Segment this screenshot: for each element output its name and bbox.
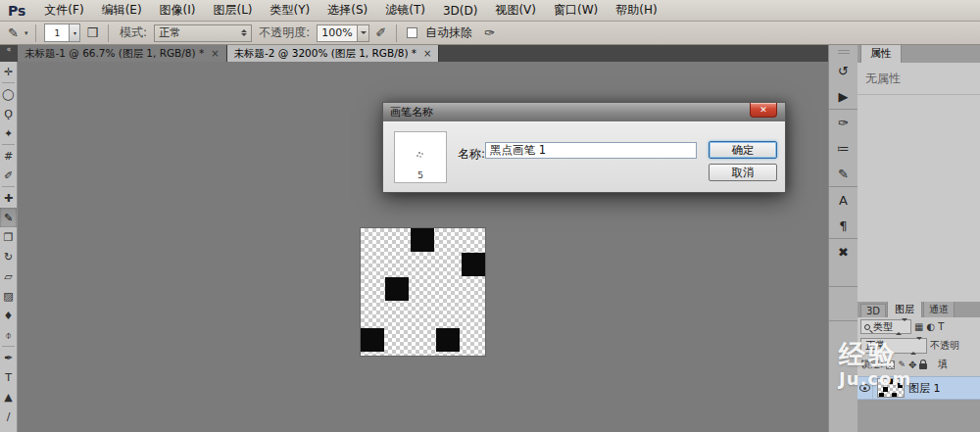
ok-button[interactable]: 确定 [709, 141, 777, 159]
character-icon: A [839, 193, 848, 208]
layer-blend-mode-dropdown[interactable]: 正常 [860, 338, 927, 354]
tool-lasso[interactable]: Ǫ [0, 104, 17, 123]
character-panel-button[interactable]: A [829, 187, 858, 213]
brush-size-value[interactable]: 1 [44, 24, 70, 42]
brush-panel-button[interactable]: ✑ [829, 110, 858, 135]
filter-adjustment-icon[interactable]: ◐ [926, 321, 935, 332]
dialog-title-bar[interactable]: 画笔名称 ✕ [383, 103, 785, 121]
menu-3d[interactable]: 3D(D) [434, 2, 486, 20]
brush-icon: ✑ [838, 116, 849, 130]
menu-help[interactable]: 帮助(H) [607, 0, 665, 21]
tool-line[interactable]: ∕ [0, 407, 17, 426]
separator [829, 286, 858, 287]
dialog-close-button[interactable]: ✕ [750, 103, 777, 118]
tool-clone-stamp[interactable]: ❐ [0, 227, 17, 247]
tab-3d[interactable]: 3D [860, 304, 886, 317]
tablet-pressure-opacity-icon[interactable]: ✐ [373, 25, 388, 40]
lock-pixels-icon[interactable]: ✎ [898, 360, 906, 369]
tools-panel: ✛ ◯ Ǫ ✦ # ✐ ✚ ✎ ❐ ↻ ▱ ▨ ♦ ⌽ ✒ T ▲ ∕ [0, 62, 18, 432]
tool-path-select[interactable]: ▲ [0, 387, 17, 407]
toolbar-collapse-icon[interactable]: « [0, 45, 18, 62]
tool-presets-panel-button[interactable]: ✖ [829, 239, 858, 264]
tab-properties[interactable]: 属性 [860, 45, 902, 63]
dialog-body: 5 名称: 确定 取消 [383, 121, 785, 192]
tool-blur[interactable]: ♦ [0, 306, 17, 325]
search-icon [864, 324, 870, 330]
marquee-icon: ◯ [2, 88, 14, 101]
history-panel-button[interactable]: ↺ [829, 58, 858, 83]
brush-presets-panel-button[interactable]: ✎ [829, 161, 858, 186]
menu-edit[interactable]: 编辑(E) [93, 0, 151, 21]
tablet-pressure-size-icon[interactable]: ✑ [482, 25, 497, 40]
menu-image[interactable]: 图像(I) [151, 0, 205, 21]
menu-view[interactable]: 视图(V) [486, 0, 545, 21]
document-tab-2[interactable]: 未标题-2 @ 3200% (图层 1, RGB/8) * × [227, 45, 440, 62]
paragraph-icon: ¶ [839, 218, 847, 233]
actions-panel-button[interactable]: ▶ [829, 83, 858, 109]
properties-tab-row: 属性 [858, 45, 980, 63]
brush-size-caret-icon[interactable]: ▾ [70, 24, 80, 42]
toggle-brush-panel-icon[interactable]: ❒ [84, 25, 100, 40]
tool-move[interactable]: ✛ [0, 62, 17, 81]
tool-pen[interactable]: ✒ [0, 348, 17, 367]
tool-eyedropper[interactable]: ✐ [0, 166, 17, 185]
pencil-tool-icon[interactable]: ✎ [6, 25, 21, 40]
brush-name-input[interactable] [485, 142, 697, 159]
layer-thumbnail[interactable] [877, 378, 905, 398]
blend-mode-value: 正常 [865, 339, 886, 353]
layer-row-selected[interactable]: 图层 1 [858, 376, 980, 400]
tool-quick-select[interactable]: ✦ [0, 123, 17, 143]
clone-stamp-icon: ❐ [4, 231, 14, 244]
lock-all-icon[interactable] [919, 363, 927, 369]
tab-layers[interactable]: 图层 [887, 302, 922, 317]
history-brush-icon: ↻ [4, 251, 13, 264]
brush-size-picker[interactable]: 1 ▾ [44, 24, 80, 42]
tool-type[interactable]: T [0, 367, 17, 387]
lock-position-icon[interactable]: ✥ [908, 360, 916, 370]
opacity-dropdown[interactable]: 100% [317, 24, 369, 42]
tool-healing-brush[interactable]: ✚ [0, 188, 17, 208]
close-tab-icon[interactable]: × [423, 48, 431, 59]
tool-gradient[interactable]: ▨ [0, 286, 17, 306]
opacity-caret-icon[interactable] [358, 24, 369, 42]
layers-panel: 3D 图层 通道 类型 ▦ ◐ T 正常 不透明 锁定: ✎ ✥ [858, 302, 980, 432]
document-canvas-transparency-checker[interactable] [361, 228, 485, 356]
menu-file[interactable]: 文件(F) [35, 0, 92, 21]
layer-visibility-toggle[interactable] [858, 377, 873, 399]
opacity-label: 不透明度: [259, 24, 310, 41]
auto-erase-checkbox[interactable] [407, 27, 417, 38]
filter-type-icon[interactable]: T [938, 321, 944, 332]
tool-preset-caret-icon[interactable]: ▾ [24, 29, 28, 37]
layer-filter-dropdown[interactable]: 类型 [860, 319, 911, 334]
menu-window[interactable]: 窗口(W) [545, 0, 607, 21]
clone-source-panel-button[interactable]: ≔ [829, 135, 858, 161]
menu-type[interactable]: 类型(Y) [262, 0, 319, 21]
eraser-icon: ▱ [4, 270, 12, 283]
menu-layer[interactable]: 图层(L) [204, 0, 261, 21]
tool-crop[interactable]: # [0, 146, 17, 166]
tool-eraser[interactable]: ▱ [0, 266, 17, 286]
filter-pixel-icon[interactable]: ▦ [914, 321, 923, 332]
menu-filter[interactable]: 滤镜(T) [376, 0, 434, 21]
paragraph-panel-button[interactable]: ¶ [829, 213, 858, 238]
cancel-button[interactable]: 取消 [709, 164, 777, 181]
document-tab-1[interactable]: 未标题-1 @ 66.7% (图层 1, RGB/8) * × [18, 45, 227, 62]
tool-marquee[interactable]: ◯ [0, 84, 17, 104]
blend-mode-value: 正常 [159, 25, 180, 40]
tool-pencil-selected[interactable]: ✎ [0, 208, 17, 227]
close-tab-icon[interactable]: × [211, 48, 219, 59]
lock-transparency-icon[interactable] [886, 360, 895, 369]
tool-dodge[interactable]: ⌽ [0, 325, 17, 345]
updown-arrows-icon [910, 340, 922, 352]
tool-history-brush[interactable]: ↻ [0, 247, 17, 266]
clone-source-icon: ≔ [837, 141, 850, 156]
layer-opacity-label: 不透明 [930, 339, 959, 353]
menu-select[interactable]: 选择(S) [318, 0, 376, 21]
tool-presets-icon: ✖ [838, 245, 849, 260]
blend-mode-dropdown[interactable]: 正常 [154, 24, 252, 42]
fill-label: 填 [938, 358, 948, 371]
black-dot [361, 328, 384, 352]
line-icon: ∕ [7, 410, 11, 423]
tab-channels[interactable]: 通道 [923, 302, 955, 317]
panel-grip-icon[interactable] [838, 48, 850, 56]
